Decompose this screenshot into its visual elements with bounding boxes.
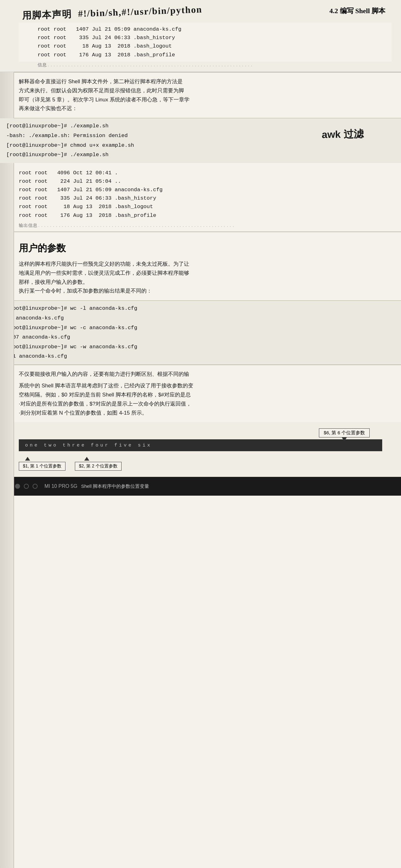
arrow-up2 bbox=[84, 457, 89, 461]
param6-box: $6, 第 6 个位置参数 bbox=[319, 428, 370, 437]
param2-box: $2, 第 2 个位置参数 bbox=[75, 457, 121, 471]
param1-label: $1, 第 1 个位置参数 bbox=[19, 462, 65, 471]
explanation-text2: 方式来执行。但默认会因为权限不足而提示报错信息，此时只需要为脚 bbox=[19, 86, 392, 95]
explanation-text3: 即可（详见第 5 章）。初次学习 Linux 系统的读者不用心急，等下一章学 bbox=[19, 95, 392, 104]
params-text3: 那样，接收用户输入的参数。 bbox=[19, 278, 392, 287]
param-boxes-container: $1, 第 1 个位置参数 $2, 第 2 个位置参数 bbox=[19, 454, 382, 471]
params-detail1: 不仅要能接收用户输入的内容，还要有能力进行判断区别、根据不同的输 bbox=[19, 370, 392, 379]
figure-label: Shell 脚本程序中的参数位置变量 bbox=[81, 484, 149, 489]
device-name: MI 10 PRO 5G bbox=[45, 484, 77, 489]
file-list-top: root root 1407 Jul 21 05:09 anaconda-ks.… bbox=[19, 23, 392, 62]
cmd-section1-container: [root@linuxprobe~]# ./example.sh -bash: … bbox=[0, 118, 401, 163]
file-list2-section: root root 4096 Oct 12 00:41 . root root … bbox=[0, 163, 401, 229]
bottom-bar: MI 10 PRO 5G Shell 脚本程序中的参数位置变量 bbox=[0, 477, 401, 496]
explanation-text4: 再来做这个实验也不迟： bbox=[19, 104, 392, 113]
dot4 bbox=[33, 484, 37, 489]
handwritten-subtitle: 4.2 编写 Shell 脚本 bbox=[330, 6, 385, 16]
params-text2: 地满足用户的一些实时需求，以便灵活完成工作，必须要让脚本程序能够 bbox=[19, 269, 392, 278]
params-detail4: ·对应的是所有位置的参数值，$?对应的是显示上一次命令的执行返回值， bbox=[19, 400, 392, 409]
page-container: 用脚本声明 #!/bin/sh,#!/usr/bin/python 4.2 编写… bbox=[0, 0, 401, 868]
command-bar-text: one two three four five six bbox=[25, 443, 152, 448]
dot2 bbox=[15, 484, 20, 489]
arrow-up1 bbox=[25, 457, 30, 461]
diagram-section: $6, 第 6 个位置参数 one two three four five si… bbox=[0, 422, 401, 477]
params-detail2: 系统中的 Shell 脚本语言早就考虑到了这些，已经内设了用于接收参数的变 bbox=[19, 381, 392, 391]
params-detail5: ·则分别对应着第 N 个位置的参数值，如图 4-15 所示。 bbox=[19, 409, 392, 418]
section-label-info1: 信息......................................… bbox=[19, 62, 392, 68]
section-label-output: 输出信息....................................… bbox=[0, 222, 401, 229]
explanation-text1: 解释器命令直接运行 Shell 脚本文件外，第二种运行脚本程序的方法是 bbox=[19, 77, 392, 86]
params-text4: 执行某一个命令时，加或不加参数的输出结果是不同的： bbox=[19, 287, 392, 296]
param1-box: $1, 第 1 个位置参数 bbox=[19, 457, 65, 471]
dot3 bbox=[24, 484, 29, 489]
cmd-block2: [root@linuxprobe~]# wc -l anaconda-ks.cf… bbox=[0, 301, 401, 365]
params-heading: 用户的参数 bbox=[19, 240, 392, 256]
param6-label-container: $6, 第 6 个位置参数 bbox=[19, 428, 382, 437]
arrow-down bbox=[342, 437, 347, 441]
file-list2: root root 4096 Oct 12 00:41 . root root … bbox=[0, 166, 401, 222]
handwritten-title: 用脚本声明 #!/bin/sh,#!/usr/bin/python bbox=[22, 3, 202, 22]
params-text-section2: 不仅要能接收用户输入的内容，还要有能力进行判断区别、根据不同的输 系统中的 Sh… bbox=[0, 365, 401, 422]
command-bar: one two three four five six bbox=[19, 439, 382, 451]
param2-label: $2, 第 2 个位置参数 bbox=[75, 462, 121, 471]
handwritten-awk: awk 过滤 bbox=[321, 127, 364, 142]
params-text1: 这样的脚本程序只能执行一些预先定义好的功能，未免太过死板。为了让 bbox=[19, 260, 392, 269]
param6-label: $6, 第 6 个位置参数 bbox=[319, 428, 370, 437]
top-section: 用脚本声明 #!/bin/sh,#!/usr/bin/python 4.2 编写… bbox=[0, 0, 401, 72]
explanation-section: 解释器命令直接运行 Shell 脚本文件外，第二种运行脚本程序的方法是 方式来执… bbox=[0, 72, 401, 118]
params-section: 用户的参数 这样的脚本程序只能执行一些预先定义好的功能，未免太过死板。为了让 地… bbox=[0, 232, 401, 301]
params-detail3: 空格间隔。例如，$0 对应的是当前 Shell 脚本程序的名称，$#对应的是总 bbox=[19, 391, 392, 400]
